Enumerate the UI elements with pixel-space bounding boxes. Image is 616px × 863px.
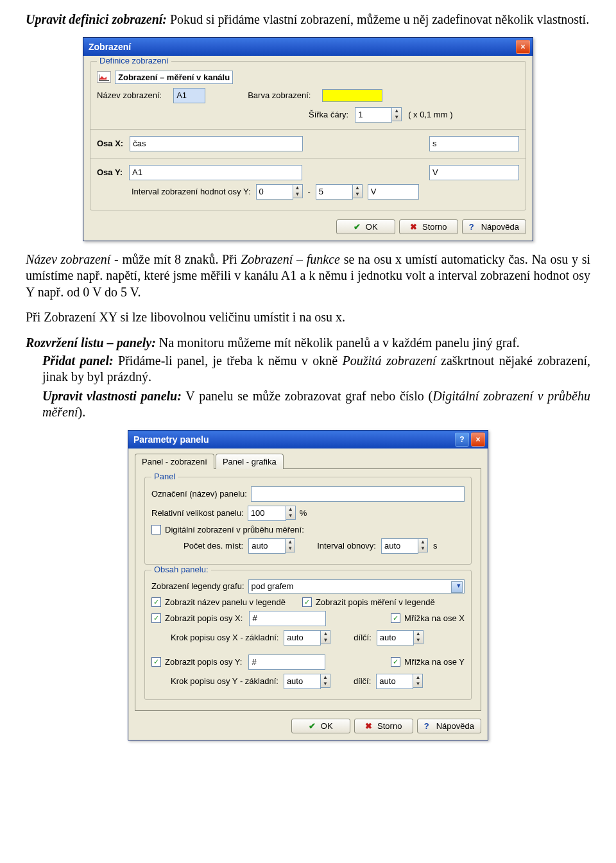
titlebar: Parametry panelu ? × — [128, 431, 488, 449]
question-icon: ? — [469, 222, 478, 231]
group-legend: Definice zobrazení — [97, 56, 171, 65]
cross-icon: ✖ — [365, 721, 374, 730]
input-axis-x-format[interactable] — [249, 611, 326, 626]
close-icon[interactable]: × — [516, 40, 530, 54]
input-axis-y[interactable] — [129, 165, 302, 180]
para-4: Rozvržení listu – panely: Na monitoru mů… — [26, 335, 590, 352]
dialog-zobrazeni: Zobrazení × Definice zobrazení Zobrazení… — [83, 37, 533, 241]
input-stepx[interactable] — [284, 630, 321, 645]
dialog-title: Parametry panelu — [133, 434, 209, 445]
spinner-refresh[interactable]: ▲▼ — [418, 538, 428, 552]
label-interval: Interval zobrazení hodnot osy Y: — [132, 187, 251, 196]
input-stepy[interactable] — [284, 674, 321, 689]
group-panel: Panel Označení (název) panelu: Relativní… — [144, 477, 472, 565]
select-legend[interactable]: pod grafem — [248, 579, 465, 594]
checkbox-icon — [151, 597, 161, 607]
input-axis-y-format[interactable] — [248, 654, 325, 670]
checkbox-icon — [302, 597, 312, 607]
group-legend: Obsah panelu: — [151, 565, 211, 574]
refresh-unit: s — [433, 541, 438, 551]
input-linewidth[interactable] — [355, 107, 392, 123]
check-icon: ✔ — [354, 222, 363, 231]
input-axis-x-unit[interactable] — [429, 136, 519, 151]
spinner-from[interactable]: ▲▼ — [293, 184, 303, 198]
label-panel-name: Označení (název) panelu: — [151, 489, 247, 499]
checkbox-grid-x[interactable]: Mřížka na ose X — [391, 613, 465, 623]
checkbox-meas-desc[interactable]: Zobrazit popis měření v legendě — [302, 597, 435, 607]
input-decplaces[interactable] — [248, 538, 286, 554]
spinner-relsize[interactable]: ▲▼ — [286, 506, 296, 520]
checkbox-axis-x[interactable]: Zobrazit popis osy X: — [151, 613, 243, 623]
label-stepy: Krok popisu osy Y - základní: — [171, 676, 278, 686]
checkbox-panel-name[interactable]: Zobrazit název panelu v legendě — [151, 597, 286, 607]
spinner-stepx-small[interactable]: ▲▼ — [414, 630, 424, 644]
question-icon: ? — [424, 721, 433, 730]
spinner-stepy-small[interactable]: ▲▼ — [413, 674, 423, 688]
help-button[interactable]: ?Nápověda — [417, 719, 481, 733]
close-icon[interactable]: × — [471, 432, 485, 447]
ok-button[interactable]: ✔OK — [291, 719, 350, 733]
label-color: Barva zobrazení: — [248, 90, 311, 100]
input-axis-x[interactable] — [130, 136, 303, 151]
ok-button[interactable]: ✔OK — [336, 219, 395, 234]
check-icon: ✔ — [309, 721, 318, 730]
checkbox-icon — [391, 613, 400, 623]
spinner-to[interactable]: ▲▼ — [353, 184, 363, 198]
help-button[interactable]: ?Nápověda — [462, 219, 526, 234]
checkbox-digital[interactable]: Digitální zobrazení v průběhu měření: — [151, 525, 304, 534]
input-refresh[interactable] — [381, 538, 418, 554]
cancel-button[interactable]: ✖Storno — [399, 219, 458, 234]
color-swatch[interactable] — [322, 89, 382, 102]
input-stepx-small[interactable] — [377, 630, 414, 645]
label-legend: Zobrazení legendy grafu: — [151, 581, 244, 591]
chart-icon — [97, 71, 111, 83]
dialog-parametry-panelu: Parametry panelu ? × Panel - zobrazení P… — [128, 430, 488, 740]
input-interval-from[interactable] — [256, 184, 293, 200]
spinner-linewidth[interactable]: ▲▼ — [392, 107, 402, 121]
para-1: Upravit definici zobrazení: Pokud si při… — [26, 12, 590, 28]
spinner-stepy[interactable]: ▲▼ — [321, 674, 330, 688]
input-relsize[interactable] — [248, 506, 286, 521]
checkbox-grid-y[interactable]: Mřížka na ose Y — [391, 657, 465, 667]
input-axis-y-unit[interactable] — [429, 165, 519, 180]
checkbox-icon — [151, 525, 161, 534]
input-interval-unit[interactable] — [368, 184, 419, 200]
input-panel-name[interactable] — [251, 486, 465, 502]
checkbox-icon — [391, 657, 400, 667]
dash: - — [308, 187, 311, 196]
label-relsize: Relativní velikost panelu: — [151, 508, 244, 518]
input-interval-to[interactable] — [316, 184, 353, 200]
label-linewidth: Šířka čáry: — [309, 110, 348, 119]
dialog-title: Zobrazení — [89, 42, 131, 52]
label-stepy-small: dílčí: — [354, 676, 371, 686]
input-name[interactable] — [173, 88, 205, 103]
tabs: Panel - zobrazení Panel - grafika — [128, 449, 488, 469]
linewidth-suffix: ( x 0,1 mm ) — [408, 110, 452, 119]
checkbox-icon — [151, 613, 161, 623]
spinner-stepx[interactable]: ▲▼ — [321, 630, 330, 644]
input-stepy-small[interactable] — [376, 674, 413, 689]
label-axis-x: Osa X: — [97, 139, 123, 148]
label-refresh: Interval obnovy: — [317, 541, 376, 551]
checkbox-axis-y[interactable]: Zobrazit popis osy Y: — [151, 657, 242, 667]
p2a: Název zobrazení - — [26, 252, 122, 266]
spinner-decplaces[interactable]: ▲▼ — [286, 538, 295, 552]
tab-grafika[interactable]: Panel - grafika — [216, 454, 284, 469]
cancel-button[interactable]: ✖Storno — [354, 719, 413, 733]
para-1-lead: Upravit definici zobrazení: — [26, 12, 167, 26]
para-2: Název zobrazení - může mít 8 znaků. Při … — [26, 252, 590, 301]
para-6: Upravit vlastnosti panelu: V panelu se m… — [26, 388, 590, 421]
group-legend: Panel — [151, 472, 178, 481]
tab-content: Panel Označení (název) panelu: Relativní… — [135, 468, 481, 711]
para-5: Přidat panel: Přidáme-li panel, je třeba… — [26, 353, 590, 386]
group-content: Obsah panelu: Zobrazení legendy grafu: p… — [144, 570, 472, 700]
group-definice: Definice zobrazení Zobrazení – měření v … — [90, 61, 526, 210]
label-stepx-small: dílčí: — [354, 633, 371, 642]
label-axis-y: Osa Y: — [97, 167, 123, 177]
titlebar-help-icon[interactable]: ? — [455, 432, 469, 447]
checkbox-icon — [151, 657, 161, 667]
tab-zobrazeni[interactable]: Panel - zobrazení — [135, 454, 214, 469]
cross-icon: ✖ — [410, 222, 419, 231]
display-type-chip[interactable]: Zobrazení – měření v kanálu — [115, 71, 233, 84]
relsize-unit: % — [300, 508, 307, 518]
